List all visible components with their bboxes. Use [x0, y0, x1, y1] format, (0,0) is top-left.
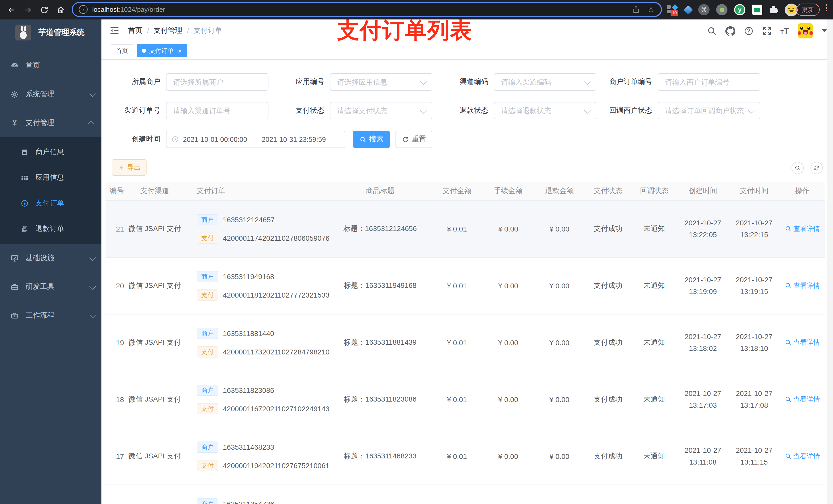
cell-amount: [431, 485, 482, 504]
sidebar-item-dev-tools[interactable]: 研发工具: [0, 272, 101, 301]
browser-reload-button[interactable]: [38, 4, 50, 16]
cell-pay-status: [585, 485, 631, 504]
search-button[interactable]: 搜索: [353, 130, 390, 148]
view-details-link[interactable]: 查看详情: [785, 395, 820, 404]
breadcrumb-payment[interactable]: 支付管理: [154, 26, 182, 35]
cell-actions: 查看详情: [780, 485, 825, 504]
help-icon[interactable]: [744, 26, 753, 35]
extensions-puzzle-icon[interactable]: [769, 5, 778, 14]
share-icon[interactable]: [632, 6, 640, 13]
extension-dot-icon[interactable]: [716, 4, 728, 15]
cell-title: 标题：1635311949168: [329, 257, 431, 314]
monitor-icon: [10, 254, 19, 263]
cell-pay-status: 支付成功: [585, 257, 631, 314]
documents-icon: [21, 225, 29, 233]
magnifier-icon: [785, 453, 791, 460]
view-details-link[interactable]: 查看详情: [785, 224, 820, 234]
col-amount: 支付金额: [431, 182, 482, 200]
bookmark-star-icon[interactable]: ☆: [647, 5, 655, 14]
refresh-table-button[interactable]: [810, 162, 823, 174]
cell-paid: 2021-10-2713:11:15: [729, 428, 780, 485]
gear-icon: [10, 90, 19, 99]
extension-kite-icon[interactable]: [684, 5, 693, 15]
cell-pay-order: 商户 1635311823086 支付 42000011672021102710…: [186, 371, 329, 428]
merchant-select[interactable]: [166, 73, 268, 91]
view-details-label: 查看详情: [793, 224, 820, 234]
filter-label-create-time: 创建时间: [110, 135, 166, 144]
sidebar-item-pay-order[interactable]: 支付订单: [0, 191, 101, 216]
breadcrumb-home[interactable]: 首页: [128, 26, 142, 35]
cell-notify-status: 未通知: [631, 428, 677, 485]
col-notify-status: 回调状态: [631, 182, 677, 200]
browser-back-button[interactable]: [5, 4, 18, 16]
view-details-link[interactable]: 查看详情: [785, 338, 820, 347]
date-range-picker[interactable]: 2021-10-01 00:00:00 - 2021-10-31 23:59:5…: [166, 130, 345, 148]
sidebar-item-refund-order[interactable]: 退款订单: [0, 216, 101, 242]
tab-home[interactable]: 首页: [111, 44, 133, 57]
view-details-link[interactable]: 查看详情: [785, 281, 820, 290]
cell-created: [677, 485, 729, 504]
tab-label: 支付订单: [149, 46, 174, 55]
close-tab-icon[interactable]: ×: [178, 47, 182, 54]
page-content: 所属商户 应用编号 渠道编码 商户订单编号: [101, 60, 833, 504]
tags-view: 首页 支付订单 ×: [101, 42, 833, 60]
browser-profile-avatar[interactable]: [785, 3, 798, 16]
cell-channel: 微信 JSAPI 支付: [124, 371, 186, 428]
extension-chat-icon[interactable]: [752, 5, 762, 15]
merchant-order-no-input[interactable]: [658, 73, 760, 91]
sidebar-item-label: 研发工具: [26, 282, 54, 291]
cell-created: 2021-10-2713:18:02: [677, 314, 729, 371]
font-size-icon[interactable]: TT: [781, 26, 789, 35]
browser-home-button[interactable]: [54, 4, 67, 16]
sidebar-item-payment[interactable]: ¥ 支付管理: [0, 109, 101, 137]
sidebar-logo[interactable]: 芋道管理系统: [0, 20, 101, 45]
extension-grid-icon[interactable]: 10: [667, 4, 678, 15]
tab-pay-order[interactable]: 支付订单 ×: [137, 44, 187, 57]
pay-status-select[interactable]: [330, 102, 432, 119]
sidebar-item-home[interactable]: 首页: [0, 51, 101, 80]
chevron-down-icon: [89, 283, 96, 289]
browser-update-button[interactable]: 更新: [796, 4, 820, 16]
collapse-sidebar-icon[interactable]: [110, 26, 119, 35]
cell-actions: 查看详情: [780, 200, 825, 257]
search-icon[interactable]: [707, 26, 716, 35]
browser-forward-button[interactable]: [22, 4, 34, 16]
notify-status-select[interactable]: [658, 102, 760, 119]
refund-status-select[interactable]: [494, 102, 596, 119]
sidebar-item-system[interactable]: 系统管理: [0, 80, 101, 109]
grid-icon: [21, 174, 29, 182]
cell-actions: 查看详情: [780, 371, 825, 428]
filter-form: 所属商户 应用编号 渠道编码 商户订单编号: [101, 60, 833, 148]
app-select[interactable]: [330, 73, 432, 91]
avatar-caret-icon[interactable]: [822, 29, 827, 35]
site-info-icon[interactable]: i: [79, 5, 88, 14]
cell-refund: [534, 485, 585, 504]
breadcrumb-separator: /: [187, 27, 189, 35]
col-fee: 手续金额: [482, 182, 534, 200]
cell-actions: 查看详情: [780, 428, 825, 485]
sidebar-item-workflow[interactable]: 工作流程: [0, 301, 101, 330]
sidebar-item-app-info[interactable]: 应用信息: [0, 165, 101, 191]
browser-menu-icon[interactable]: [826, 4, 827, 11]
magnifier-icon: [785, 225, 791, 232]
col-id: 编号: [105, 182, 124, 200]
cell-paid: 2021-10-2713:17:08: [729, 371, 780, 428]
export-button[interactable]: 导出: [112, 159, 146, 176]
fullscreen-icon[interactable]: [762, 26, 772, 35]
channel-order-no-input[interactable]: [166, 102, 268, 119]
view-details-link[interactable]: 查看详情: [785, 452, 820, 461]
extension-y-icon[interactable]: y: [734, 4, 745, 15]
reset-button[interactable]: 重置: [396, 130, 432, 148]
github-icon[interactable]: [725, 26, 735, 35]
channel-code-select[interactable]: [494, 73, 596, 91]
scrollbar-gutter[interactable]: [827, 20, 833, 504]
sidebar-item-merchant-info[interactable]: 商户信息: [0, 139, 101, 165]
address-bar[interactable]: i localhost:1024/pay/order ☆: [72, 2, 662, 17]
cell-pay-order: 商户 1635311949168 支付 42000011812021102777…: [186, 257, 329, 314]
cell-notify-status: 未通知: [631, 314, 677, 371]
user-avatar[interactable]: [798, 23, 813, 39]
table-row: 18 微信 JSAPI 支付 商户 1635311823086 支付 42000…: [105, 371, 825, 428]
toggle-search-button[interactable]: [791, 162, 804, 174]
sidebar-item-infrastructure[interactable]: 基础设施: [0, 244, 101, 272]
extension-command-icon[interactable]: ⌘: [698, 4, 710, 15]
